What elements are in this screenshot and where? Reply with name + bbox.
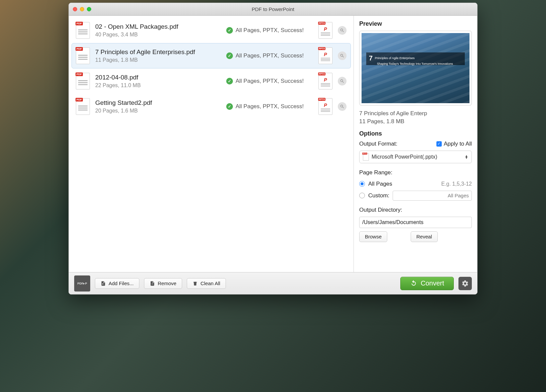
output-format-select[interactable]: Microsoft PowerPoint(.pptx) ▲▼: [359, 151, 472, 163]
add-files-button[interactable]: Add Files...: [95, 278, 139, 289]
file-meta: 40 Pages, 3.4 MB: [95, 32, 221, 38]
clean-all-button[interactable]: Clean All: [187, 278, 226, 289]
app-icon: PDF▸P: [74, 275, 90, 291]
preview-thumbnail[interactable]: 7 Principles of Agile Enterprises Shapin…: [359, 31, 472, 106]
pdf-icon: PDF: [76, 47, 90, 64]
convert-button[interactable]: Convert: [400, 277, 454, 290]
magnify-icon: [340, 53, 345, 58]
minimize-window-button[interactable]: [80, 7, 84, 11]
output-directory-label: Output Directory:: [359, 207, 472, 213]
file-list: PDF 02 - Open XML Packages.pdf 40 Pages,…: [69, 16, 354, 272]
preview-file-name: 7 Principles of Agile Enterp: [359, 110, 472, 118]
close-window-button[interactable]: [73, 7, 77, 11]
file-status: All Pages, PPTX, Success!: [236, 52, 304, 59]
reveal-button[interactable]: Reveal: [411, 231, 438, 242]
custom-range-input[interactable]: [393, 191, 472, 201]
preview-button[interactable]: [338, 102, 347, 111]
chevron-updown-icon: ▲▼: [465, 155, 468, 159]
titlebar: PDF to PowerPoint: [69, 3, 477, 16]
remove-file-icon: [150, 281, 155, 286]
options-heading: Options: [359, 130, 472, 137]
page-range-label: Page Range:: [359, 169, 472, 176]
file-name: Getting Started2.pdf: [95, 99, 221, 107]
trash-icon: [192, 281, 198, 286]
zoom-window-button[interactable]: [87, 7, 91, 11]
success-check-icon: ✓: [226, 78, 233, 84]
file-meta: 11 Pages, 1.8 MB: [95, 57, 221, 63]
file-status: All Pages, PPTX, Success!: [236, 78, 304, 84]
magnify-icon: [340, 79, 345, 83]
pptx-icon: PPTX P: [318, 73, 332, 89]
magnify-icon: [340, 104, 345, 109]
pptx-icon: PPTX P: [318, 98, 332, 115]
toolbar: PDF▸P Add Files... Remove Clean All Conv…: [69, 272, 477, 294]
remove-button[interactable]: Remove: [144, 278, 182, 289]
window-title: PDF to PowerPoint: [69, 6, 477, 12]
file-row[interactable]: PDF 2012-04-08.pdf 22 Pages, 11.0 MB ✓ A…: [72, 68, 351, 94]
settings-button[interactable]: [458, 277, 472, 290]
success-check-icon: ✓: [226, 52, 233, 59]
file-name: 02 - Open XML Packages.pdf: [95, 23, 221, 30]
output-directory-input[interactable]: [359, 217, 472, 228]
preview-heading: Preview: [359, 20, 472, 27]
gear-icon: [461, 280, 469, 287]
success-check-icon: ✓: [226, 27, 233, 34]
file-row[interactable]: PDF Getting Started2.pdf 20 Pages, 1.6 M…: [72, 94, 351, 119]
apply-to-all-label: Apply to All: [444, 141, 472, 147]
file-name: 2012-04-08.pdf: [95, 74, 221, 81]
file-row[interactable]: PDF 7 Principles of Agile Enterprises.pd…: [72, 43, 351, 68]
pptx-icon: PPTX P: [318, 47, 332, 64]
sidebar: Preview 7 Principles of Agile Enterprise…: [354, 16, 477, 272]
preview-file-meta: 11 Pages, 1.8 MB: [359, 118, 472, 126]
page-range-hint: E.g. 1,5,3-12: [441, 181, 472, 187]
pdf-icon: PDF: [76, 73, 90, 89]
output-format-value: Microsoft PowerPoint(.pptx): [372, 154, 437, 160]
file-status: All Pages, PPTX, Success!: [236, 103, 304, 110]
pdf-icon: PDF: [76, 22, 90, 39]
pdf-icon: PDF: [76, 98, 90, 115]
file-status: All Pages, PPTX, Success!: [236, 27, 304, 34]
all-pages-label: All Pages: [368, 181, 392, 187]
add-file-icon: [101, 281, 106, 286]
pptx-icon: PPTX P: [318, 22, 332, 39]
file-meta: 22 Pages, 11.0 MB: [95, 82, 221, 88]
success-check-icon: ✓: [226, 103, 233, 110]
pptx-icon: [363, 153, 369, 161]
file-row[interactable]: PDF 02 - Open XML Packages.pdf 40 Pages,…: [72, 18, 351, 43]
checkmark-icon: ✓: [436, 141, 442, 147]
custom-range-label: Custom:: [368, 192, 389, 199]
preview-button[interactable]: [338, 77, 347, 85]
apply-to-all-checkbox[interactable]: ✓ Apply to All: [436, 141, 472, 147]
refresh-icon: [410, 280, 417, 287]
preview-button[interactable]: [338, 26, 347, 35]
file-meta: 20 Pages, 1.6 MB: [95, 108, 221, 114]
preview-slide-title-2: Shaping Today's Technology Into Tomorrow…: [377, 62, 453, 65]
browse-button[interactable]: Browse: [359, 231, 387, 242]
file-name: 7 Principles of Agile Enterprises.pdf: [95, 48, 221, 56]
app-window: PDF to PowerPoint PDF 02 - Open XML Pack…: [69, 3, 477, 295]
all-pages-radio[interactable]: [359, 181, 365, 187]
preview-button[interactable]: [338, 51, 347, 60]
magnify-icon: [340, 28, 345, 33]
preview-slide-title-1: Principles of Agile Enterprises: [375, 56, 415, 60]
output-format-label: Output Format:: [359, 141, 397, 147]
custom-range-radio[interactable]: [359, 193, 365, 198]
